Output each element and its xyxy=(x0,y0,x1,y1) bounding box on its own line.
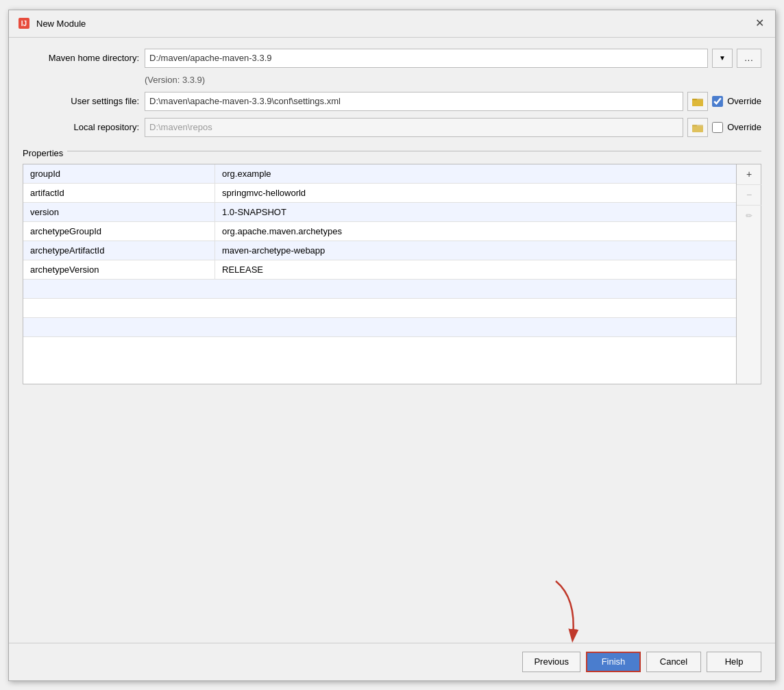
maven-home-browse-button[interactable]: ... xyxy=(737,49,761,68)
table-row-empty xyxy=(23,299,736,318)
user-settings-browse-button[interactable] xyxy=(687,92,708,111)
properties-label: Properties xyxy=(23,148,63,158)
cancel-button[interactable]: Cancel xyxy=(646,652,701,672)
prop-actions-panel: + − ✏ xyxy=(736,164,761,384)
properties-header: Properties xyxy=(23,144,761,158)
local-repo-label: Local repository: xyxy=(23,122,139,132)
user-settings-override-checkbox[interactable] xyxy=(712,96,723,107)
user-settings-override-wrap: Override xyxy=(712,96,761,107)
maven-home-input[interactable] xyxy=(145,49,708,68)
maven-home-row: Maven home directory: ▼ ... xyxy=(23,49,761,68)
dialog-title: New Module xyxy=(36,19,752,29)
local-repo-input-wrap: Override xyxy=(145,118,761,137)
dialog: IJ New Module ✕ Maven home directory: ▼ … xyxy=(8,10,776,681)
app-icon: IJ xyxy=(17,16,31,30)
local-repo-row: Local repository: Override xyxy=(23,118,761,137)
table-row-empty xyxy=(23,337,736,356)
local-repo-browse-button[interactable] xyxy=(687,118,708,137)
title-bar: IJ New Module ✕ xyxy=(9,10,775,38)
finish-button[interactable]: Finish xyxy=(586,652,641,672)
edit-property-button[interactable]: ✏ xyxy=(737,206,761,226)
properties-table: groupId org.example artifactId springmvc… xyxy=(23,164,736,384)
footer: Previous Finish Cancel Help xyxy=(9,643,775,680)
prop-key: artifactId xyxy=(23,184,215,202)
user-settings-input[interactable] xyxy=(145,92,683,111)
maven-home-input-wrap: ▼ ... xyxy=(145,49,761,68)
help-button[interactable]: Help xyxy=(707,652,761,672)
properties-header-line xyxy=(67,151,761,151)
prop-key: groupId xyxy=(23,164,215,183)
footer-area: Previous Finish Cancel Help xyxy=(9,643,775,680)
prop-key: archetypeGroupId xyxy=(23,222,215,241)
maven-home-label: Maven home directory: xyxy=(23,53,139,63)
table-row-empty xyxy=(23,280,736,299)
table-row[interactable]: version 1.0-SNAPSHOT xyxy=(23,203,736,222)
table-row[interactable]: archetypeGroupId org.apache.maven.archet… xyxy=(23,222,736,241)
svg-rect-7 xyxy=(692,126,703,132)
table-row[interactable]: groupId org.example xyxy=(23,164,736,184)
version-hint: (Version: 3.3.9) xyxy=(145,75,761,85)
prop-val: 1.0-SNAPSHOT xyxy=(215,203,736,221)
prop-key: archetypeVersion xyxy=(23,260,215,279)
add-property-button[interactable]: + xyxy=(737,164,761,185)
user-settings-override-label: Override xyxy=(727,96,761,106)
svg-rect-4 xyxy=(692,100,703,106)
local-repo-override-wrap: Override xyxy=(712,122,761,133)
user-settings-label: User settings file: xyxy=(23,96,139,106)
maven-home-dropdown-button[interactable]: ▼ xyxy=(712,49,733,68)
prop-key: archetypeArtifactId xyxy=(23,241,215,260)
local-repo-override-checkbox[interactable] xyxy=(712,122,723,133)
prop-val: maven-archetype-webapp xyxy=(215,241,736,260)
local-repo-override-label: Override xyxy=(727,122,761,132)
local-repo-input[interactable] xyxy=(145,118,683,137)
table-row-empty xyxy=(23,318,736,337)
prop-val: springmvc-helloworld xyxy=(215,184,736,202)
svg-text:IJ: IJ xyxy=(21,20,27,27)
properties-section: Properties groupId org.example artifactI… xyxy=(23,144,761,384)
content-area: Maven home directory: ▼ ... (Version: 3.… xyxy=(9,38,775,643)
properties-container: groupId org.example artifactId springmvc… xyxy=(23,164,761,384)
prop-val: org.apache.maven.archetypes xyxy=(215,222,736,241)
prop-key: version xyxy=(23,203,215,221)
table-row[interactable]: artifactId springmvc-helloworld xyxy=(23,184,736,203)
remove-property-button[interactable]: − xyxy=(737,185,761,206)
user-settings-row: User settings file: Override xyxy=(23,92,761,111)
table-row[interactable]: archetypeArtifactId maven-archetype-weba… xyxy=(23,241,736,260)
prop-val: RELEASE xyxy=(215,260,736,279)
close-button[interactable]: ✕ xyxy=(752,18,767,29)
user-settings-input-wrap: Override xyxy=(145,92,761,111)
previous-button[interactable]: Previous xyxy=(522,652,580,672)
properties-container-wrap: groupId org.example artifactId springmvc… xyxy=(23,164,761,384)
prop-val: org.example xyxy=(215,164,736,183)
table-row[interactable]: archetypeVersion RELEASE xyxy=(23,260,736,280)
